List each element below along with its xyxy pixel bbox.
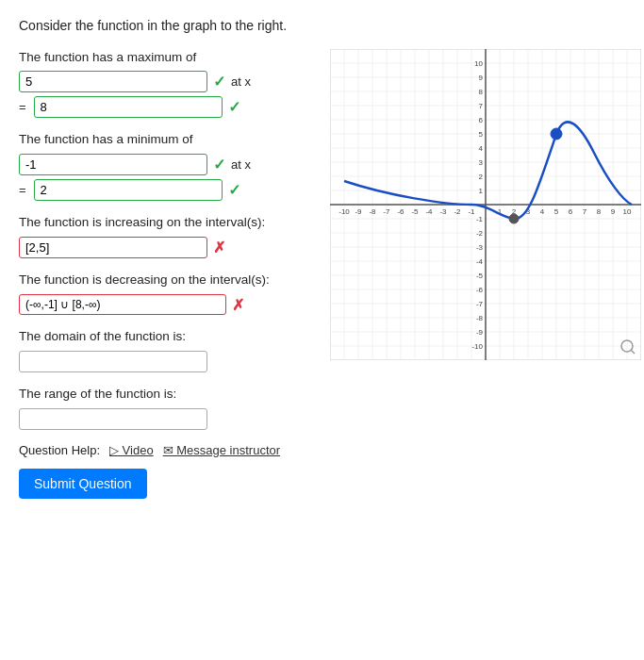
svg-point-85 (509, 214, 519, 223)
graph-svg: -10 -9 -8 -7 -6 -5 -4 -3 -2 -1 1 2 3 4 5… (330, 49, 641, 360)
svg-text:9: 9 (479, 74, 484, 82)
maximum-equals-input[interactable] (34, 96, 223, 118)
svg-text:8: 8 (479, 88, 484, 96)
svg-text:10: 10 (474, 59, 483, 68)
svg-text:-1: -1 (468, 207, 475, 216)
svg-text:10: 10 (623, 207, 632, 216)
submit-button[interactable]: Submit Question (19, 469, 147, 499)
maximum-label: The function has a maximum of (19, 49, 321, 67)
increasing-input[interactable] (19, 237, 207, 258)
decreasing-x-icon: ✗ (232, 296, 244, 314)
svg-text:-5: -5 (476, 272, 484, 280)
svg-text:5: 5 (554, 207, 559, 216)
message-instructor-link[interactable]: ✉ Message instructor (163, 443, 280, 457)
maximum-at-x-label: at x (231, 74, 251, 89)
svg-text:6: 6 (569, 207, 573, 216)
svg-text:-3: -3 (476, 243, 484, 252)
maximum-check2-icon: ✓ (228, 98, 240, 116)
svg-text:-9: -9 (476, 328, 484, 337)
svg-text:-7: -7 (476, 300, 484, 308)
svg-text:-3: -3 (439, 207, 447, 216)
svg-text:4: 4 (479, 144, 484, 153)
svg-text:-4: -4 (425, 207, 433, 216)
svg-text:-6: -6 (476, 286, 484, 294)
svg-text:-10: -10 (339, 207, 350, 216)
svg-text:-10: -10 (471, 342, 483, 351)
maximum-check1-icon: ✓ (213, 73, 225, 91)
decreasing-input[interactable] (19, 294, 226, 315)
svg-text:-2: -2 (454, 207, 461, 216)
question-help-label: Question Help: (19, 443, 100, 457)
svg-text:-6: -6 (397, 207, 405, 216)
svg-text:-1: -1 (476, 215, 484, 223)
maximum-value-input[interactable] (19, 71, 207, 92)
svg-text:7: 7 (479, 102, 484, 110)
svg-text:3: 3 (479, 158, 484, 167)
svg-text:-8: -8 (476, 314, 484, 322)
svg-point-86 (551, 128, 562, 140)
graph-container: -10 -9 -8 -7 -6 -5 -4 -3 -2 -1 1 2 3 4 5… (330, 49, 641, 360)
video-link[interactable]: ▷ Video (109, 443, 154, 457)
svg-text:1: 1 (479, 187, 484, 195)
header-text: Consider the function in the graph to th… (19, 17, 625, 36)
maximum-equals-label: = (19, 100, 26, 114)
svg-text:-8: -8 (369, 207, 376, 216)
minimum-check2-icon: ✓ (228, 181, 240, 199)
svg-text:9: 9 (611, 207, 616, 216)
minimum-label: The function has a minimum of (19, 131, 321, 149)
minimum-at-x-label: at x (231, 157, 251, 172)
svg-text:8: 8 (597, 207, 602, 216)
svg-text:-4: -4 (476, 257, 484, 266)
minimum-equals-label: = (19, 183, 26, 197)
svg-text:-2: -2 (476, 229, 484, 238)
svg-text:4: 4 (540, 207, 545, 216)
domain-input[interactable] (19, 351, 207, 372)
increasing-label: The function is increasing on the interv… (19, 214, 321, 232)
minimum-equals-input[interactable] (34, 179, 223, 201)
range-input[interactable] (19, 408, 207, 430)
svg-text:2: 2 (479, 173, 484, 181)
graph-panel: -10 -9 -8 -7 -6 -5 -4 -3 -2 -1 1 2 3 4 5… (330, 49, 641, 499)
question-help-row: Question Help: ▷ Video ✉ Message instruc… (19, 443, 321, 457)
minimum-check1-icon: ✓ (213, 156, 225, 173)
domain-label: The domain of the function is: (19, 328, 321, 346)
svg-text:-7: -7 (383, 207, 390, 216)
range-label: The range of the function is: (19, 386, 321, 404)
minimum-value-input[interactable] (19, 154, 207, 175)
decreasing-label: The function is decreasing on the interv… (19, 272, 321, 289)
svg-text:5: 5 (479, 130, 484, 139)
svg-text:6: 6 (479, 116, 484, 124)
increasing-x-icon: ✗ (213, 239, 225, 256)
svg-text:-9: -9 (355, 207, 362, 216)
svg-text:-5: -5 (411, 207, 419, 216)
svg-text:7: 7 (583, 207, 587, 216)
